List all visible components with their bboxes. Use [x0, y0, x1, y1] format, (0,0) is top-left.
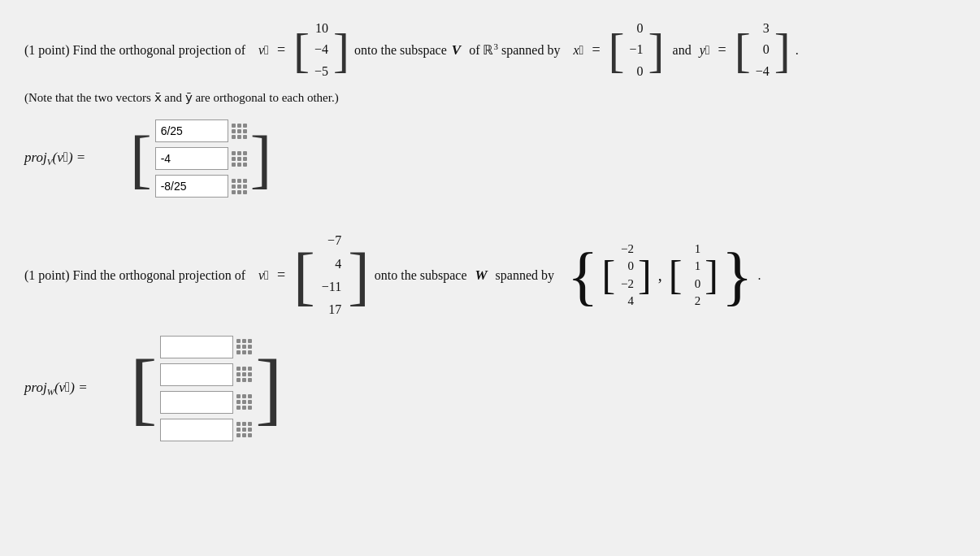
V-text-1: V — [452, 42, 461, 59]
grid-icon-1-2[interactable] — [232, 151, 247, 167]
bracket-left-ans2: [ — [130, 352, 157, 425]
problem-2-statement: (1 point) Find the orthogonal projection… — [24, 227, 956, 324]
answer-input-2-3[interactable] — [160, 391, 233, 414]
v2-row2: 4 — [335, 255, 341, 273]
answer-inputs-1 — [152, 115, 250, 202]
problem-1-answer: projV(v⃗) = [ — [24, 115, 956, 202]
answer-matrix-2: [ — [130, 331, 283, 446]
problem-2-text: (1 point) Find the orthogonal projection… — [24, 268, 245, 283]
y-arrow-1: y⃗ — [700, 43, 710, 58]
answer-input-1-2[interactable] — [155, 147, 228, 170]
v1-row3: −5 — [314, 63, 328, 80]
v-vector-1: [ 10 −4 −5 ] — [293, 16, 349, 84]
v-arrow-1: v⃗ — [258, 43, 269, 58]
of-text-1: of ℝ3 spanned by — [466, 41, 560, 58]
v-arrow-2: v⃗ — [258, 268, 269, 283]
bracket-right-y1: ] — [774, 26, 791, 75]
bracket-left-ans1: [ — [130, 129, 152, 188]
answer-2-row-4 — [160, 419, 252, 441]
bracket-right-ans1: ] — [250, 129, 272, 188]
grid-icon-1-3[interactable] — [232, 179, 247, 194]
v2-row3: −11 — [322, 278, 341, 296]
spanned-text-2: spanned by — [496, 268, 554, 283]
v-vector-2-col: −7 4 −11 17 — [315, 227, 348, 324]
v-vector-2: [ −7 4 −11 17 ] — [293, 227, 370, 324]
y-vector-1: [ 3 0 −4 ] — [735, 16, 791, 84]
sp2-r1: 1 — [686, 241, 700, 258]
bracket-left-v2: [ — [293, 243, 315, 308]
v1-row2: −4 — [314, 41, 328, 59]
grid-icon-2-2[interactable] — [236, 367, 252, 382]
onto-text-1: onto the subspace — [354, 43, 447, 58]
answer-2-row-1 — [160, 336, 252, 358]
bracket-left-v1: [ — [293, 26, 310, 75]
sp1-r1: −2 — [619, 241, 634, 258]
answer-input-1-1[interactable] — [155, 119, 228, 142]
problem-1-note: (Note that the two vectors x̄ and ȳ are … — [24, 90, 956, 105]
bracket-right-v2: ] — [348, 243, 370, 308]
subscript-W: W — [47, 387, 54, 397]
problem-2-answer: projW(v⃗) = [ — [24, 331, 956, 446]
v1-row1: 10 — [315, 20, 328, 37]
sp1-r4: 4 — [619, 293, 634, 310]
and-text-1: and — [673, 43, 692, 58]
bracket-left-y1: [ — [735, 26, 751, 75]
answer-row-2 — [155, 147, 247, 170]
bracket-left-sp2: [ — [669, 257, 683, 293]
answer-2-row-2 — [160, 363, 252, 386]
problem-1-text: (1 point) Find the orthogonal projection… — [24, 43, 245, 58]
bracket-right-x1: ] — [648, 26, 665, 75]
bracket-left-sp1: [ — [601, 257, 615, 293]
sp2-r4: 2 — [686, 293, 700, 310]
proj-v-label-1: projV(v⃗) = — [24, 150, 122, 167]
sp1-r2: 0 — [619, 258, 634, 275]
answer-input-2-1[interactable] — [160, 336, 233, 358]
sp1-r3: −2 — [619, 276, 634, 293]
problem-1: (1 point) Find the orthogonal projection… — [24, 16, 956, 202]
bracket-right-sp2: ] — [705, 257, 718, 293]
curly-right: } — [722, 248, 752, 303]
grid-icon-2-1[interactable] — [236, 339, 252, 354]
answer-2-row-3 — [160, 391, 252, 414]
period-1: . — [796, 43, 799, 58]
sp2-r3: 0 — [686, 276, 700, 293]
grid-icon-2-4[interactable] — [236, 422, 252, 437]
x1-row3: 0 — [637, 63, 644, 80]
subscript-V: V — [47, 158, 53, 167]
equals-1: = — [277, 41, 285, 59]
x1-row2: −1 — [630, 41, 644, 59]
x-arrow-1: x⃗ — [573, 43, 583, 58]
grid-icon-1-1[interactable] — [232, 124, 247, 139]
x-vector-1: [ 0 −1 0 ] — [609, 16, 665, 84]
bracket-left-x1: [ — [609, 26, 625, 75]
v-vector-1-col: 10 −4 −5 — [310, 16, 333, 84]
grid-icon-2-3[interactable] — [236, 394, 252, 410]
span1-col: −2 0 −2 4 — [615, 240, 638, 311]
equals-2: = — [277, 267, 285, 284]
answer-input-2-4[interactable] — [160, 419, 233, 441]
v2-row1: −7 — [327, 232, 341, 250]
span-vector-2-2: [ 1 1 0 2 ] — [669, 240, 718, 311]
equals-y: = — [718, 41, 726, 59]
x1-row1: 0 — [637, 20, 644, 37]
period-2: . — [757, 268, 761, 283]
bracket-right-ans2: ] — [255, 352, 282, 425]
answer-input-2-2[interactable] — [160, 363, 233, 386]
bracket-right-sp1: ] — [638, 257, 652, 293]
W-text-2: W — [472, 267, 491, 284]
span-set-2: { [ −2 0 −2 4 ] , [ 1 1 0 — [567, 240, 752, 311]
curly-left: { — [567, 248, 598, 303]
answer-row-1 — [155, 119, 247, 142]
comma-sep: , — [655, 266, 666, 285]
x-vector-1-col: 0 −1 0 — [625, 16, 648, 84]
equals-x: = — [592, 41, 600, 59]
y1-row3: −4 — [756, 63, 770, 80]
answer-row-3 — [155, 175, 247, 198]
note-text: (Note that the two vectors x̄ and ȳ are … — [24, 91, 339, 104]
span-vector-2-1: [ −2 0 −2 4 ] — [601, 240, 651, 311]
y1-row2: 0 — [763, 41, 770, 59]
onto-text-2: onto the subspace — [375, 268, 467, 283]
answer-input-1-3[interactable] — [155, 175, 228, 198]
proj-v-label-2: projW(v⃗) = — [24, 380, 122, 397]
sp2-r2: 1 — [686, 258, 700, 275]
